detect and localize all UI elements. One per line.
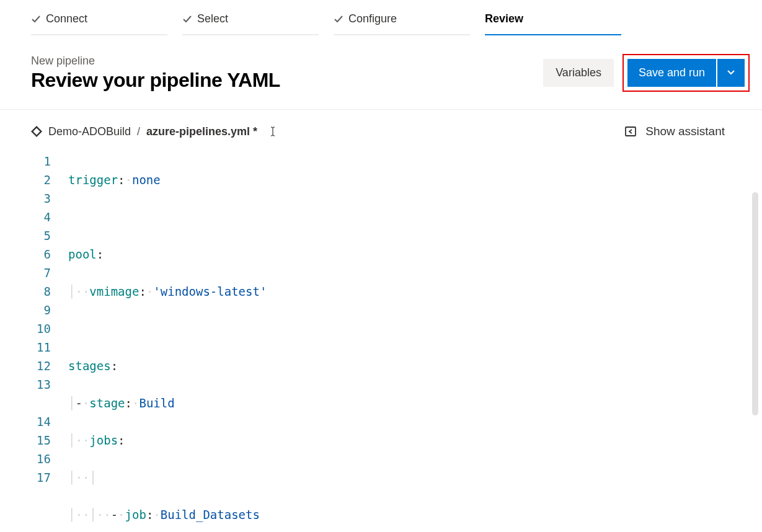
tab-connect[interactable]: Connect [31, 6, 167, 35]
breadcrumb-repo[interactable]: Demo-ADOBuild [48, 125, 131, 138]
check-icon [182, 14, 192, 24]
save-and-run-button[interactable]: Save and run [627, 59, 716, 87]
editor-scrollbar[interactable] [752, 192, 758, 415]
svg-rect-0 [626, 127, 636, 136]
line-gutter: 1 2 3 4 5 6 7 8 9 10 11 12 13 14 15 16 1… [31, 152, 68, 532]
save-and-run-dropdown[interactable] [717, 59, 745, 87]
variables-button[interactable]: Variables [543, 59, 614, 87]
tab-label: Configure [348, 12, 397, 25]
check-icon [31, 14, 41, 24]
breadcrumb-file[interactable]: azure-pipelines.yml * [146, 125, 257, 138]
assistant-label: Show assistant [645, 125, 725, 138]
tab-configure[interactable]: Configure [334, 6, 470, 35]
panel-collapse-icon [624, 125, 637, 138]
breadcrumb-separator: / [137, 125, 140, 138]
show-assistant-button[interactable]: Show assistant [624, 125, 725, 138]
text-cursor-icon[interactable] [267, 126, 278, 137]
code-content[interactable]: trigger:·none pool: │··vmimage:·'windows… [68, 152, 551, 532]
tab-select[interactable]: Select [182, 6, 319, 35]
page-title: Review your pipeline YAML [31, 69, 280, 92]
wizard-tabs: Connect Select Configure Review [0, 0, 762, 35]
page-header: New pipeline Review your pipeline YAML V… [0, 35, 762, 110]
page-subtitle: New pipeline [31, 55, 280, 68]
check-icon [334, 14, 343, 24]
tab-review[interactable]: Review [485, 6, 621, 35]
tab-label: Review [485, 12, 523, 25]
file-bar: Demo-ADOBuild / azure-pipelines.yml * Sh… [0, 110, 762, 152]
yaml-editor[interactable]: 1 2 3 4 5 6 7 8 9 10 11 12 13 14 15 16 1… [0, 152, 762, 532]
repo-icon [31, 126, 42, 137]
chevron-down-icon [726, 67, 736, 77]
tab-label: Select [197, 12, 228, 25]
save-run-highlight: Save and run [622, 54, 750, 92]
tab-label: Connect [46, 12, 87, 25]
breadcrumb: Demo-ADOBuild / azure-pipelines.yml * [31, 125, 278, 138]
